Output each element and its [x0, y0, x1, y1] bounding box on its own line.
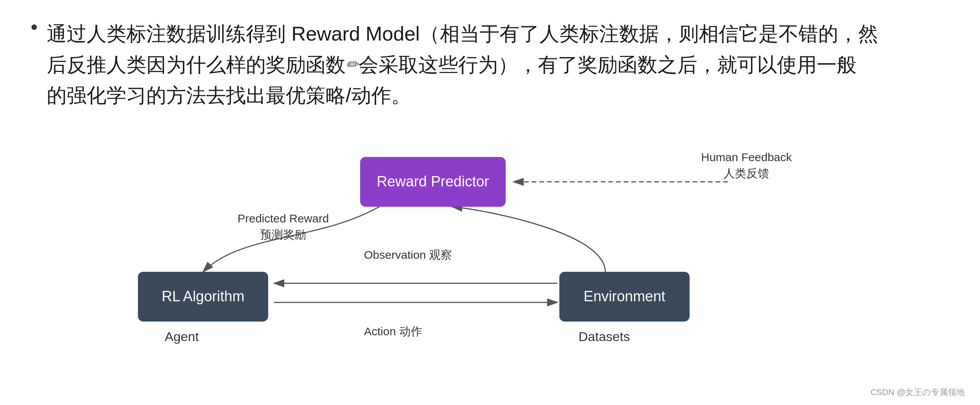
action-label: Action 动作	[364, 323, 422, 340]
text-line1: 通过人类标注数据训练得到 Reward Model（相当于有了人类标注数据，则相…	[47, 23, 878, 45]
predicted-reward-en: Predicted Reward	[238, 211, 329, 227]
bullet-dot: •	[31, 15, 38, 38]
rl-algorithm-box: RL Algorithm	[138, 272, 268, 322]
watermark: CSDN @女王の专属领地	[870, 387, 965, 398]
main-content: • 通过人类标注数据训练得到 Reward Model（相当于有了人类标注数据，…	[0, 0, 980, 379]
text-content: 通过人类标注数据训练得到 Reward Model（相当于有了人类标注数据，则相…	[47, 18, 878, 111]
reward-predictor-label: Reward Predictor	[377, 173, 489, 190]
human-feedback-cn: 人类反馈	[701, 165, 792, 181]
environment-label: Environment	[583, 288, 665, 305]
environment-box: Environment	[559, 272, 690, 322]
pencil-icon: ✏	[346, 52, 359, 76]
text-line2: 后反推人类因为什么样的奖励函数✏会采取这些行为），有了奖励函数之后，就可以使用一…	[47, 54, 857, 76]
text-line3: 的强化学习的方法去找出最优策略/动作。	[47, 84, 411, 106]
predicted-reward-label: Predicted Reward 预测奖励	[238, 211, 329, 243]
agent-label: Agent	[165, 329, 199, 344]
bullet-text-block: • 通过人类标注数据训练得到 Reward Model（相当于有了人类标注数据，…	[31, 18, 949, 111]
human-feedback-en: Human Feedback	[701, 149, 792, 165]
observation-label: Observation 观察	[364, 247, 452, 263]
reward-predictor-box: Reward Predictor	[360, 157, 506, 207]
human-feedback-label: Human Feedback 人类反馈	[701, 149, 792, 181]
predicted-reward-cn: 预测奖励	[238, 227, 329, 243]
datasets-label: Datasets	[578, 329, 630, 344]
rl-algorithm-label: RL Algorithm	[162, 288, 244, 305]
diagram-container: Reward Predictor RL Algorithm Environmen…	[31, 134, 950, 364]
